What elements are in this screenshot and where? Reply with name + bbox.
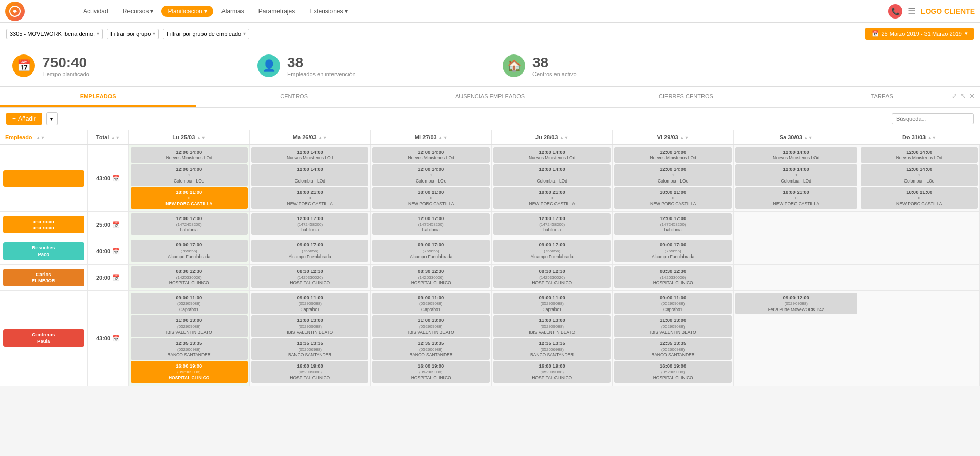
- day-cell[interactable]: 12:00 14:00 Nuevos Ministerios LOd 12:00…: [733, 145, 859, 211]
- shift-block[interactable]: 12:00 14:00 1 Colombia - LOd: [251, 164, 368, 186]
- shift-block[interactable]: 08:30 12:30 (1425330026) HOSPITAL CLINIC…: [493, 266, 611, 288]
- day-cell[interactable]: [859, 264, 980, 290]
- search-input[interactable]: [892, 113, 974, 124]
- shift-block[interactable]: 11:00 13:00 (052909088) IBIS VALENTIN BE…: [493, 315, 611, 337]
- day-cell[interactable]: 08:30 12:30 (1425330026) HOSPITAL CLINIC…: [491, 264, 612, 290]
- employee-badge[interactable]: [3, 170, 84, 187]
- day-cell[interactable]: [859, 238, 980, 264]
- sort-icon[interactable]: ▲▼: [110, 135, 120, 140]
- day-cell[interactable]: 09:00 11:00 (052909088) Caprabo1 11:00 1…: [249, 291, 370, 386]
- day-cell[interactable]: [733, 238, 859, 264]
- shift-block[interactable]: 09:00 17:00 (765656) Alcampo Fuenlabrada: [372, 240, 489, 261]
- day-cell[interactable]: 08:30 12:30 (1425330026) HOSPITAL CLINIC…: [371, 264, 491, 290]
- shift-block[interactable]: 09:00 11:00 (052909088) Caprabo1: [372, 293, 489, 314]
- shift-block[interactable]: 08:30 12:30 (1425330026) HOSPITAL CLINIC…: [251, 266, 368, 288]
- shift-block[interactable]: 12:35 13:35 (052606988) BANCO SANTANDER: [493, 338, 611, 360]
- shift-block[interactable]: 12:00 14:00 1 Colombia - LOd: [131, 164, 248, 186]
- shift-block[interactable]: 12:35 13:35 (052606988) BANCO SANTANDER: [251, 338, 368, 360]
- tab-ausencias[interactable]: AUSENCIAS EMPLEADOS: [392, 87, 588, 107]
- shift-block[interactable]: 09:00 12:00 (052909088) Feria Putre Move…: [735, 293, 857, 314]
- shift-block[interactable]: 08:30 12:30 (1425330026) HOSPITAL CLINIC…: [131, 266, 248, 288]
- calendar-icon[interactable]: 📅: [112, 248, 120, 255]
- shift-block[interactable]: 12:00 17:00 (1472458200) babilonia: [131, 213, 248, 235]
- shift-block[interactable]: 08:30 12:30 (1425330026) HOSPITAL CLINIC…: [614, 266, 731, 288]
- calendar-icon[interactable]: 📅: [112, 274, 120, 281]
- employee-badge[interactable]: BesuchesPaco: [3, 242, 84, 260]
- shift-block[interactable]: 18:00 21:00 0 NEW PORC CASTILLA: [251, 187, 368, 209]
- shift-block[interactable]: 12:00 17:00 (1472458200) babilonia: [251, 213, 368, 235]
- shift-block[interactable]: 12:35 13:35 (052606988) BANCO SANTANDER: [372, 338, 489, 360]
- group-filter[interactable]: Filtrar por grupo ▾: [107, 29, 159, 39]
- tab-empleados[interactable]: EMPLEADOS: [0, 87, 196, 107]
- day-cell[interactable]: 12:00 17:00 (1472458200) babilonia: [491, 211, 612, 238]
- day-cell[interactable]: 12:00 14:00 Nuevos Ministerios LOd 12:00…: [491, 145, 612, 211]
- day-cell[interactable]: [859, 211, 980, 238]
- phone-icon[interactable]: 📞: [888, 4, 902, 19]
- shift-block[interactable]: 18:00 21:00 0 NEW PORC CASTILLA: [372, 187, 489, 209]
- day-cell[interactable]: 12:00 14:00 Nuevos Ministerios LOd 12:00…: [613, 145, 733, 211]
- shift-block[interactable]: 09:00 11:00 (052909088) Caprabo1: [493, 293, 611, 314]
- employee-badge[interactable]: ana rocioana rocio: [3, 216, 84, 234]
- shift-block[interactable]: 08:30 12:30 (1425330026) HOSPITAL CLINIC…: [372, 266, 489, 288]
- shift-block[interactable]: 12:00 14:00 Nuevos Ministerios LOd: [493, 147, 611, 163]
- tab-cierres[interactable]: CIERRES CENTROS: [588, 87, 784, 107]
- close-icon[interactable]: ✕: [969, 92, 975, 100]
- nav-extensiones[interactable]: Extensiones ▾: [303, 6, 354, 17]
- sort-icon[interactable]: ▲▼: [318, 135, 327, 140]
- shift-block[interactable]: 12:00 14:00 1 Colombia - LOd: [493, 164, 611, 186]
- calendar-icon[interactable]: 📅: [112, 221, 120, 228]
- shift-block[interactable]: 18:00 21:00 0 NEW PORC CASTILLA: [614, 187, 731, 209]
- sort-icon[interactable]: ▲▼: [927, 135, 936, 140]
- day-cell[interactable]: 12:00 14:00 Nuevos Ministerios LOd 12:00…: [128, 145, 249, 211]
- shift-block[interactable]: 09:00 17:00 (765656) Alcampo Fuenlabrada: [131, 240, 248, 261]
- expand-icon[interactable]: ⤢: [952, 92, 957, 100]
- nav-recursos[interactable]: Recursos ▾: [117, 6, 160, 17]
- shift-block[interactable]: 16:00 19:00 (052909088) HOSPITAL CLINICO: [251, 361, 368, 382]
- sort-icon[interactable]: ▲▼: [36, 135, 45, 140]
- shift-block[interactable]: 12:35 13:35 (052606988) BANCO SANTANDER: [131, 338, 248, 360]
- day-cell[interactable]: 09:00 17:00 (765656) Alcampo Fuenlabrada: [128, 238, 249, 264]
- shift-block[interactable]: 18:00 21:00 0 NEW PORC CASTILLA: [735, 187, 857, 209]
- shift-block[interactable]: 16:00 19:00 (052909088) HOSPITAL CLINICO: [614, 361, 731, 382]
- day-cell[interactable]: [733, 211, 859, 238]
- calendar-icon[interactable]: 📅: [112, 175, 120, 182]
- shift-block[interactable]: 09:00 17:00 (765656) Alcampo Fuenlabrada: [614, 240, 731, 261]
- shift-block[interactable]: 11:00 13:00 (052909088) IBIS VALENTIN BE…: [614, 315, 731, 337]
- employee-badge[interactable]: CarlosELMEJOR: [3, 269, 84, 287]
- sort-icon[interactable]: ▲▼: [438, 135, 448, 140]
- nav-alarmas[interactable]: Alarmas: [215, 6, 250, 17]
- shift-block[interactable]: 12:00 17:00 (1472458200) babilonia: [493, 213, 611, 235]
- add-dropdown-button[interactable]: ▾: [46, 112, 58, 125]
- shift-block[interactable]: 18:00 21:00 0 NEW PORC CASTILLA: [131, 187, 248, 209]
- day-cell[interactable]: [859, 291, 980, 386]
- collapse-icon[interactable]: ⤡: [960, 92, 966, 100]
- shift-block[interactable]: 12:00 14:00 Nuevos Ministerios LOd: [372, 147, 489, 163]
- day-cell[interactable]: 12:00 17:00 (1472458200) babilonia: [249, 211, 370, 238]
- shift-block[interactable]: 11:00 13:00 (052909088) IBIS VALENTIN BE…: [131, 315, 248, 337]
- shift-block[interactable]: 18:00 21:00 0 NEW PORC CASTILLA: [861, 187, 978, 209]
- shift-block[interactable]: 12:00 17:00 (1472458200) babilonia: [372, 213, 489, 235]
- shift-block[interactable]: 16:00 19:00 (052909088) HOSPITAL CLINICO: [131, 361, 248, 382]
- calendar-icon[interactable]: 📅: [112, 335, 120, 342]
- shift-block[interactable]: 12:00 14:00 Nuevos Ministerios LOd: [861, 147, 978, 163]
- employee-group-filter[interactable]: Filtrar por grupo de empleado ▾: [163, 29, 249, 39]
- day-cell[interactable]: 09:00 11:00 (052909088) Caprabo1 11:00 1…: [128, 291, 249, 386]
- add-button[interactable]: + Añadir: [6, 113, 42, 125]
- shift-block[interactable]: 12:00 14:00 Nuevos Ministerios LOd: [251, 147, 368, 163]
- shift-block[interactable]: 09:00 11:00 (052909088) Caprabo1: [251, 293, 368, 314]
- shift-block[interactable]: 12:00 14:00 1 Colombia - LOd: [735, 164, 857, 186]
- shift-block[interactable]: 18:00 21:00 0 NEW PORC CASTILLA: [493, 187, 611, 209]
- shift-block[interactable]: 09:00 17:00 (765656) Alcampo Fuenlabrada: [251, 240, 368, 261]
- day-cell[interactable]: 12:00 17:00 (1472458200) babilonia: [613, 211, 733, 238]
- day-cell[interactable]: [733, 264, 859, 290]
- day-cell[interactable]: 09:00 17:00 (765656) Alcampo Fuenlabrada: [491, 238, 612, 264]
- shift-block[interactable]: 12:00 14:00 Nuevos Ministerios LOd: [735, 147, 857, 163]
- day-cell[interactable]: 12:00 17:00 (1472458200) babilonia: [371, 211, 491, 238]
- shift-block[interactable]: 16:00 19:00 (052909088) HOSPITAL CLINICO: [372, 361, 489, 382]
- shift-block[interactable]: 16:00 19:00 (052909088) HOSPITAL CLINICO: [493, 361, 611, 382]
- shift-block[interactable]: 09:00 11:00 (052909088) Caprabo1: [131, 293, 248, 314]
- day-cell[interactable]: 09:00 17:00 (765656) Alcampo Fuenlabrada: [613, 238, 733, 264]
- nav-parametrajes[interactable]: Parametrajes: [252, 6, 301, 17]
- sort-icon[interactable]: ▲▼: [196, 135, 206, 140]
- menu-icon[interactable]: ☰: [908, 6, 916, 17]
